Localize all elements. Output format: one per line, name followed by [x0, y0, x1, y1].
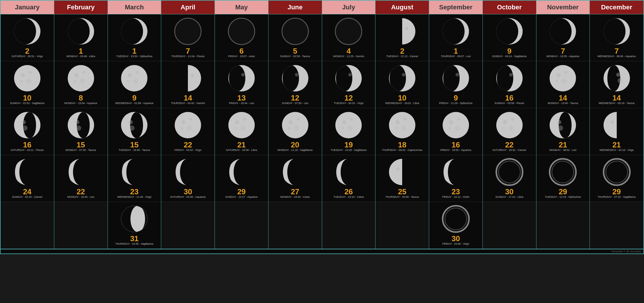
moon-day-info: SATURDAY - 20:58 - Libra [226, 149, 257, 152]
svg-point-113 [405, 27, 408, 30]
moon-entry-january-16: 16SATURDAY - 23:11 - Pisces [1, 108, 54, 155]
svg-point-155 [508, 125, 514, 131]
moon-phase-img [548, 17, 577, 46]
moon-day-info: THURSDAY - 11:04 - Pisces [171, 55, 205, 58]
moon-day-info: MONDAY - 07:30 - Taurus [66, 149, 96, 152]
moon-day-number: 18 [398, 141, 407, 149]
moon-day-number: 2 [25, 47, 29, 55]
moon-day-info: TUESDAY - 23:30 - Ophiuchus [116, 55, 152, 58]
moon-phase-img [281, 157, 310, 187]
moon-phase-img [388, 17, 417, 46]
svg-point-40 [133, 79, 138, 84]
svg-point-23 [80, 79, 85, 84]
svg-rect-112 [402, 18, 417, 45]
svg-point-116 [390, 65, 406, 91]
moon-entry-october-30: 30SUNDAY - 17:10 - Libra [483, 155, 536, 202]
svg-point-90 [294, 125, 299, 131]
moon-entry-february-8: 8MONDAY - 15:04 - Aquarius [54, 61, 108, 108]
moon-entry-july-4: 4MONDAY - 11:25 - Gemini [322, 14, 375, 61]
moon-day-number: 8 [79, 94, 83, 102]
svg-point-142 [448, 159, 463, 185]
moon-phase-img [334, 17, 363, 46]
svg-point-58 [191, 74, 194, 77]
svg-point-50 [126, 159, 141, 185]
moon-phase-img [227, 157, 256, 187]
moon-empty-10-4 [536, 202, 590, 249]
moon-day-info: FRIDAY - 19:07 - Aries [228, 55, 255, 58]
svg-point-137 [455, 125, 460, 131]
moon-day-info: SATURDAY - 03:45 - Aquarius [170, 195, 206, 199]
moon-phase-img [281, 64, 310, 93]
moon-day-info: WEDNESDAY - 08:45 - Aquarius [597, 55, 636, 58]
svg-point-11 [22, 120, 26, 124]
svg-point-119 [396, 120, 400, 124]
moon-empty-0-4 [1, 202, 54, 249]
month-col-february: February1MONDAY - 03:48 - Libra8MONDAY -… [54, 1, 108, 249]
moon-day-info: SUNDAY - 01:52 - Sagittarius [10, 102, 45, 105]
moon-day-number: 30 [451, 235, 460, 242]
moon-entry-october-9: 9SUNDAY - 04:14 - Sagittarius [483, 14, 536, 61]
moon-phase-img [602, 64, 631, 93]
moon-day-number: 22 [505, 141, 514, 149]
svg-point-126 [396, 167, 400, 171]
moon-day-number: 31 [130, 235, 139, 242]
moon-day-info: SATURDAY - 05:51 - Virgo [11, 55, 43, 58]
moon-day-info: TUESDAY - 23:28 - Sagittarius [331, 149, 367, 152]
moon-day-number: 9 [132, 94, 136, 102]
moon-entry-may-29: 29SUNDAY - 12:27 - Aquarius [215, 155, 268, 202]
moon-phase-img [441, 64, 470, 93]
moon-day-number: 10 [398, 94, 407, 102]
moon-day-info: FRIDAY - 16:44 - Leo [229, 102, 254, 105]
moon-entry-january-10: 10SUNDAY - 01:52 - Sagittarius [1, 61, 54, 108]
moon-phase-img [13, 110, 42, 140]
svg-point-102 [342, 120, 346, 124]
moon-day-info: MONDAY - 03:48 - Libra [67, 55, 95, 58]
svg-point-147 [496, 18, 518, 45]
svg-point-22 [82, 71, 85, 74]
svg-point-27 [77, 112, 90, 138]
moon-phase-img [602, 17, 631, 46]
moon-day-info: FRIDAY - 11:29 - Ophiuchus [439, 102, 473, 105]
svg-point-59 [175, 112, 201, 138]
svg-point-169 [559, 112, 572, 138]
svg-point-144 [445, 208, 467, 230]
moon-entry-may-6: 6FRIDAY - 19:07 - Aries [215, 14, 268, 61]
svg-point-67 [180, 159, 195, 185]
moon-day-number: 29 [559, 188, 567, 195]
month-col-november: November7MONDAY - 19:35 - Aquarius14MOND… [536, 1, 590, 249]
moon-entry-november-29: 29TUESDAY - 12:19 - Ophiuchus [536, 155, 590, 202]
svg-point-37 [121, 65, 147, 91]
moon-day-info: SUNDAY - 17:10 - Libra [495, 195, 523, 199]
moon-entry-march-1: 1TUESDAY - 23:30 - Ophiuchus [108, 14, 161, 61]
moon-day-number: 21 [612, 141, 621, 149]
moon-phase-img [281, 17, 310, 46]
moon-phase-img [66, 64, 96, 93]
svg-point-87 [282, 112, 308, 138]
moon-entry-april-7: 7THURSDAY - 11:04 - Pisces [161, 14, 215, 61]
moon-entry-april-14: 14THURSDAY - 03:42 - Gemini [161, 61, 215, 108]
svg-point-151 [509, 73, 513, 76]
moon-phase-img [66, 17, 96, 46]
moon-entry-november-7: 7MONDAY - 19:35 - Aquarius [536, 14, 590, 61]
svg-point-54 [175, 18, 201, 45]
moon-entry-march-15: 15TUESDAY - 16:48 - Taurus [108, 108, 161, 155]
moon-entry-january-24: 24SUNDAY - 02:16 - Cancer [1, 155, 54, 202]
month-col-august: August2TUESDAY - 21:13 - Cancer10WEDNESD… [375, 1, 429, 249]
svg-rect-57 [188, 65, 203, 91]
moon-day-info: TUESDAY - 16:48 - Taurus [119, 149, 150, 152]
svg-point-156 [502, 127, 505, 130]
moon-phase-img [173, 110, 203, 140]
moon-entry-march-31: 31THURSDAY - 15:35 - Sagittarius [108, 202, 161, 249]
svg-point-138 [448, 127, 451, 130]
moon-empty-9-4 [483, 202, 536, 249]
moon-day-number: 5 [293, 47, 297, 55]
moon-day-info: THURSDAY - 03:42 - Gemini [171, 102, 205, 105]
svg-point-170 [557, 120, 561, 124]
moon-entry-april-22: 22FRIDAY - 04:52 - Virgo [161, 108, 215, 155]
moon-day-info: MONDAY - 13:40 - Taurus [548, 102, 578, 105]
month-header-november: November [536, 1, 590, 14]
moon-day-number: 7 [186, 47, 190, 55]
moon-phase-img [441, 204, 470, 234]
moon-phase-img [388, 110, 417, 140]
svg-point-60 [181, 120, 186, 124]
